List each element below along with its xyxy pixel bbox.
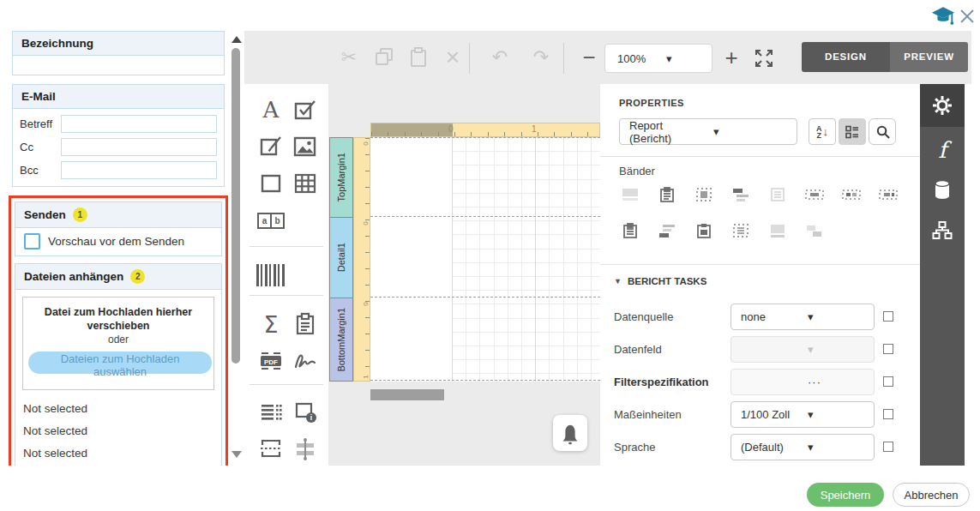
betreff-input[interactable] — [61, 115, 217, 133]
palette-divider — [250, 246, 323, 247]
label-tool-icon[interactable]: A — [252, 93, 290, 126]
report-canvas[interactable] — [370, 137, 600, 382]
scrollbar-thumb[interactable] — [231, 48, 240, 364]
rich-text-tool-icon[interactable] — [252, 130, 290, 163]
paste-icon[interactable] — [406, 45, 431, 70]
bezeichnung-input[interactable] — [13, 55, 224, 75]
expressions-rail-button[interactable]: f — [920, 129, 965, 171]
close-icon[interactable] — [958, 7, 977, 26]
band-strip-detail[interactable]: Detail1 — [329, 217, 353, 298]
summary-tool-icon[interactable]: Σ — [252, 308, 290, 340]
property-checkbox[interactable] — [883, 442, 893, 452]
bcc-input[interactable] — [61, 161, 217, 179]
band-strip-topmargin[interactable]: TopMargin1 — [329, 137, 353, 217]
zoom-out-icon[interactable]: − — [576, 45, 602, 70]
ellipsis-icon[interactable]: ··· — [798, 376, 874, 388]
graduation-cap-icon[interactable] — [930, 5, 956, 27]
undo-icon[interactable]: ↶ — [487, 45, 513, 70]
report-header-band-icon[interactable] — [656, 185, 678, 204]
detail-report-band-icon[interactable] — [803, 185, 826, 204]
data-source-rail-button[interactable] — [920, 168, 965, 211]
attachment-slot: Not selected — [15, 442, 221, 464]
cross-band-line-tool-icon[interactable] — [286, 432, 324, 465]
barcode-tool-icon[interactable] — [252, 259, 290, 292]
bcc-row: Bcc — [13, 159, 224, 182]
page-footer-band-icon[interactable] — [693, 221, 715, 240]
properties-panel: PROPERTIES Report (Bericht) ▾ AZ↓ — [600, 84, 920, 466]
top-margin-band-icon[interactable] — [619, 185, 641, 204]
report-structure-rail-button[interactable] — [920, 209, 965, 252]
zoom-in-icon[interactable]: + — [718, 45, 744, 70]
preview-before-send-label: Vorschau vor dem Senden — [48, 235, 184, 248]
report-designer-window: Bezeichnung E-Mail Betreff Cc Bcc — [0, 0, 980, 511]
ruler-number: 0 — [448, 124, 454, 134]
copy-icon[interactable] — [371, 45, 397, 70]
search-button[interactable] — [869, 118, 896, 145]
redo-icon[interactable]: ↷ — [528, 45, 554, 70]
report-tasks-header[interactable]: ▼ BERICHT TASKS — [614, 276, 706, 286]
page-break-tool-icon[interactable] — [252, 432, 290, 465]
report-footer-band-icon[interactable] — [619, 221, 641, 240]
settings-rail-button[interactable] — [920, 84, 965, 127]
group-header-band-icon[interactable] — [730, 185, 752, 204]
notifications-button[interactable] — [553, 415, 587, 451]
zoom-level-select[interactable]: 100% ▾ — [604, 44, 712, 73]
property-checkbox[interactable] — [883, 376, 893, 387]
property-checkbox[interactable] — [883, 344, 893, 354]
svg-text:i: i — [310, 413, 312, 422]
vertical-header-band-icon[interactable] — [840, 185, 863, 204]
band-topmargin[interactable] — [370, 137, 600, 217]
horizontal-scrollbar-thumb[interactable] — [370, 389, 444, 400]
delete-icon[interactable]: × — [440, 45, 466, 70]
sprache-select[interactable]: (Default) ▾ — [730, 434, 875, 460]
cancel-button[interactable]: Abbrechen — [893, 483, 970, 507]
cross-band-icon[interactable] — [803, 221, 826, 240]
cut-icon[interactable]: ✂ — [336, 45, 362, 70]
email-settings-panel: Bezeichnung E-Mail Betreff Cc Bcc — [9, 31, 228, 466]
attachments-section: Dateien anhängen 2 Datei zum Hochladen h… — [15, 263, 222, 466]
checkbox-tool-icon[interactable] — [286, 93, 324, 126]
tab-design[interactable]: DESIGN — [802, 42, 890, 72]
property-row-sprache: Sprache (Default) ▾ — [600, 434, 920, 460]
masseinheiten-select[interactable]: 1/100 Zoll ▾ — [730, 401, 875, 428]
bottom-margin-band-icon[interactable] — [767, 221, 789, 240]
select-files-button[interactable]: Dateien zum Hochladen auswählen — [28, 352, 212, 374]
signature-tool-icon[interactable] — [286, 345, 324, 377]
vertical-detail-band-icon[interactable] — [877, 185, 899, 204]
property-checkbox[interactable] — [883, 311, 893, 322]
dropzone-or-text: oder — [28, 334, 208, 346]
tab-preview[interactable]: PREVIEW — [890, 42, 968, 72]
pdf-content-tool-icon[interactable]: PDF — [252, 345, 290, 377]
fullscreen-icon[interactable] — [751, 45, 777, 71]
property-checkbox[interactable] — [883, 409, 893, 419]
datenquelle-select[interactable]: none ▾ — [730, 304, 875, 330]
sort-az-button[interactable]: AZ↓ — [809, 118, 836, 145]
panel-tool-icon[interactable] — [286, 308, 324, 340]
subreport-tool-icon[interactable] — [252, 396, 290, 429]
design-surface[interactable]: 0 1 TopMargin1 Detail1 BottomMargin1 0 0… — [328, 84, 600, 466]
element-selector[interactable]: Report (Bericht) ▾ — [619, 118, 797, 145]
preview-before-send-checkbox[interactable] — [24, 233, 40, 249]
panel-scrollbar[interactable] — [230, 31, 243, 466]
band-strip-bottommargin[interactable]: BottomMargin1 — [329, 298, 353, 382]
page-header-band-icon[interactable] — [693, 185, 715, 204]
page-info-tool-icon[interactable]: i — [286, 396, 324, 429]
scroll-down-icon[interactable] — [231, 451, 242, 458]
band-detail[interactable] — [370, 217, 600, 298]
element-selector-value: Report (Bericht) — [620, 119, 704, 145]
table-tool-icon[interactable] — [286, 167, 324, 200]
group-footer-band-icon[interactable] — [656, 221, 678, 240]
detail-band-icon[interactable] — [767, 185, 789, 204]
category-view-button[interactable] — [839, 118, 866, 145]
sub-band-icon[interactable] — [730, 221, 752, 240]
band-bottommargin[interactable] — [370, 298, 600, 381]
cc-label: Cc — [20, 141, 61, 153]
save-button[interactable]: Speichern — [807, 483, 884, 507]
picture-tool-icon[interactable] — [286, 130, 324, 163]
cc-input[interactable] — [61, 138, 217, 156]
shape-tool-icon[interactable] — [252, 167, 290, 200]
scroll-up-icon[interactable] — [231, 36, 242, 43]
file-dropzone[interactable]: Datei zum Hochladen hierher verschieben … — [22, 297, 214, 390]
filter-editor-field[interactable]: ··· — [730, 369, 875, 395]
character-comb-tool-icon[interactable]: ab — [252, 204, 290, 237]
